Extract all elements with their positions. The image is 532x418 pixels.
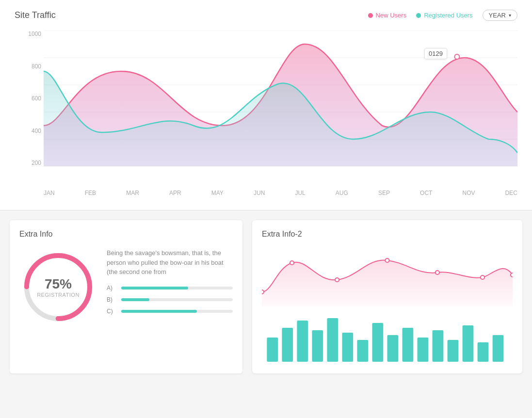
x-oct: OCT — [420, 190, 432, 196]
svg-rect-19 — [327, 318, 338, 362]
new-users-dot — [368, 13, 373, 18]
progress-fill-c — [121, 310, 197, 313]
progress-row-b: B) — [107, 296, 233, 303]
x-feb: FEB — [85, 190, 96, 196]
year-selector-label: YEAR — [489, 12, 506, 19]
chevron-down-icon: ▾ — [509, 13, 511, 18]
progress-track-c — [121, 310, 233, 313]
registered-users-label: Registered Users — [424, 12, 472, 19]
extra-info-title: Extra Info — [19, 230, 233, 239]
progress-row-c: C) — [107, 308, 233, 315]
progress-label-c: C) — [107, 308, 116, 315]
year-selector[interactable]: YEAR ▾ — [483, 10, 517, 21]
svg-rect-21 — [357, 340, 368, 362]
svg-rect-22 — [372, 323, 383, 362]
progress-fill-b — [121, 298, 149, 301]
x-jun: JUN — [254, 190, 265, 196]
y-axis: 1000 800 600 400 200 — [17, 31, 41, 166]
bottom-row: Extra Info 75% REGISTRATION Being the sa… — [0, 210, 532, 383]
x-sep: SEP — [378, 190, 390, 196]
x-jul: JUL — [295, 190, 305, 196]
legend-new-users: New Users — [368, 12, 407, 19]
chart-area: 1000 800 600 400 200 — [44, 31, 517, 186]
donut-label: REGISTRATION — [37, 292, 80, 298]
legend-registered-users: Registered Users — [416, 12, 472, 19]
svg-point-8 — [262, 290, 264, 294]
y-label-600: 600 — [17, 95, 41, 102]
svg-rect-17 — [297, 321, 308, 362]
x-mar: MAR — [126, 190, 139, 196]
extra-info-content: 75% REGISTRATION Being the savage's bows… — [19, 248, 233, 326]
x-nov: NOV — [463, 190, 475, 196]
svg-rect-16 — [282, 328, 293, 362]
info-text-block: Being the savage's bowsman, that is, the… — [107, 248, 233, 315]
svg-point-10 — [335, 278, 339, 282]
svg-rect-18 — [312, 330, 323, 362]
tooltip-dot-circle — [454, 54, 459, 59]
svg-rect-29 — [478, 342, 489, 362]
x-aug: AUG — [336, 190, 348, 196]
mini-bar-chart — [262, 313, 513, 362]
x-dec: DEC — [505, 190, 517, 196]
x-axis: JAN FEB MAR APR MAY JUN JUL AUG SEP OCT … — [44, 186, 517, 196]
info-description: Being the savage's bowsman, that is, the… — [107, 248, 233, 277]
svg-rect-27 — [448, 340, 459, 362]
donut-wrapper: 75% REGISTRATION — [19, 248, 97, 326]
svg-rect-24 — [403, 328, 414, 362]
header-row: Site Traffic New Users Registered Users … — [15, 10, 517, 21]
x-jan: JAN — [44, 190, 55, 196]
progress-fill-a — [121, 287, 188, 289]
svg-point-13 — [481, 275, 484, 279]
site-title: Site Traffic — [15, 10, 56, 20]
progress-track-b — [121, 298, 233, 301]
extra-info-2-panel: Extra Info-2 — [252, 220, 522, 373]
svg-rect-28 — [463, 325, 474, 362]
svg-point-14 — [511, 273, 513, 277]
y-label-400: 400 — [17, 128, 41, 134]
extra-info-2-title: Extra Info-2 — [262, 230, 513, 239]
x-may: MAY — [211, 190, 224, 196]
svg-rect-23 — [387, 335, 399, 362]
progress-rows: A) B) C) — [107, 285, 233, 315]
donut-center: 75% REGISTRATION — [37, 276, 80, 298]
mini-line-chart — [262, 248, 513, 306]
y-label-200: 200 — [17, 160, 41, 166]
progress-row-a: A) — [107, 285, 233, 291]
y-label-800: 800 — [17, 63, 41, 70]
donut-percent: 75% — [37, 276, 80, 292]
top-panel: Site Traffic New Users Registered Users … — [0, 0, 532, 210]
tooltip-bubble: 0129 — [424, 48, 447, 59]
x-apr: APR — [169, 190, 181, 196]
svg-point-12 — [435, 271, 439, 274]
svg-rect-25 — [418, 338, 429, 362]
svg-rect-26 — [433, 330, 444, 362]
svg-point-11 — [385, 258, 389, 262]
tooltip-value: 0129 — [429, 50, 443, 57]
progress-track-a — [121, 287, 233, 289]
svg-point-9 — [290, 261, 294, 265]
y-label-1000: 1000 — [17, 31, 41, 37]
progress-label-a: A) — [107, 285, 116, 291]
progress-label-b: B) — [107, 296, 116, 303]
svg-rect-15 — [267, 338, 278, 362]
svg-rect-20 — [342, 333, 353, 362]
svg-rect-30 — [493, 335, 504, 362]
legend-controls: New Users Registered Users YEAR ▾ — [368, 10, 517, 21]
chart-container: 1000 800 600 400 200 — [15, 26, 517, 205]
registered-users-dot — [416, 13, 421, 18]
new-users-label: New Users — [376, 12, 407, 19]
extra-info-panel: Extra Info 75% REGISTRATION Being the sa… — [10, 220, 242, 373]
